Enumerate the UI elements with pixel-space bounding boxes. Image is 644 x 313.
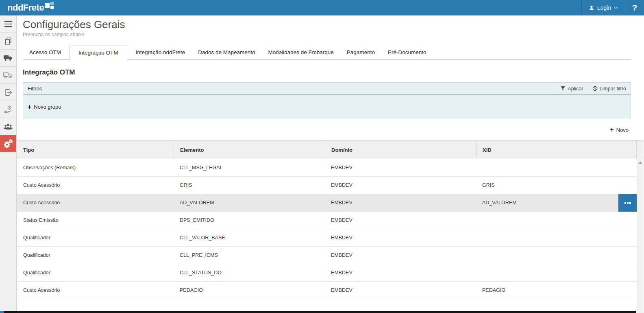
- table-cell: [476, 229, 637, 246]
- table-row[interactable]: Custo AcessórioPEDAGIOEMBDEVPEDAGIO: [17, 282, 644, 299]
- data-table: Tipo Elemento Domínio XID Observações (R…: [17, 140, 644, 313]
- filters-title: Filtros: [28, 85, 551, 92]
- table-cell: Custo Acessório: [17, 282, 174, 299]
- table-row[interactable]: Custo AcessórioGRISEMBDEVGRIS: [17, 177, 644, 194]
- sidebar-item-export[interactable]: [0, 84, 16, 101]
- documents-icon: [4, 37, 12, 45]
- login-button[interactable]: Login: [581, 0, 625, 15]
- table-cell: [476, 247, 637, 264]
- ellipsis-icon: [624, 202, 626, 204]
- clear-filter-label: Limpar filtro: [600, 86, 626, 92]
- apply-filter-label: Aplicar: [568, 86, 583, 92]
- table-cell: EMBDEV: [325, 177, 476, 194]
- tab-bar: Acesso OTM Integração OTM Integração ndd…: [23, 46, 631, 60]
- funnel-icon: [560, 86, 566, 91]
- table-cell: EMBDEV: [325, 159, 476, 176]
- table-cell: CLL_VALOR_BASE: [174, 229, 325, 246]
- new-button[interactable]: + Novo: [610, 127, 629, 133]
- page-title: Configurações Gerais: [23, 17, 631, 32]
- table-row[interactable]: Custo AcessórioAD_VALOREMEMBDEVAD_VALORE…: [17, 194, 644, 212]
- table-cell: GRIS: [174, 177, 325, 194]
- table-cell: [476, 159, 637, 176]
- tab-modalidades-de-embarque[interactable]: Modalidades de Embarque: [264, 46, 338, 59]
- table-cell: GRIS: [476, 177, 637, 194]
- help-button[interactable]: ?: [625, 0, 644, 15]
- app-window: nddFrete Login ?: [0, 0, 644, 313]
- table-cell: EMBDEV: [325, 194, 476, 211]
- plus-icon: +: [610, 127, 614, 133]
- table-cell: AD_VALOREM: [174, 194, 325, 211]
- table-cell: Status Emissão: [17, 212, 174, 229]
- clear-filter-button[interactable]: Limpar filtro: [592, 86, 626, 92]
- payment-coin-hand-icon: $: [4, 105, 13, 114]
- tab-pagamento[interactable]: Pagamento: [342, 46, 379, 59]
- export-document-icon: [4, 88, 12, 96]
- table-cell: EMBDEV: [325, 282, 476, 299]
- logo-text: nddFrete: [7, 2, 44, 13]
- users-group-icon: [4, 123, 13, 130]
- window-bottom-edge: [0, 311, 644, 313]
- table-cell: Qualificador: [17, 247, 174, 264]
- slash-circle-icon: [592, 86, 598, 91]
- sidebar-item-users[interactable]: [0, 118, 16, 135]
- menu-icon: [4, 21, 12, 27]
- column-header-elemento: Elemento: [174, 141, 325, 159]
- sidebar-item-documents[interactable]: [0, 33, 16, 50]
- table-cell: Qualificador: [17, 229, 174, 246]
- table-cell: CLL_PRE_ICMS: [174, 247, 325, 264]
- new-button-label: Novo: [616, 127, 629, 133]
- left-sidebar: $: [0, 15, 17, 313]
- table-cell: Custo Acessório: [17, 194, 174, 211]
- truck-icon: [3, 54, 13, 62]
- top-bar: nddFrete Login ?: [0, 0, 644, 15]
- vertical-scrollbar[interactable]: [637, 159, 644, 313]
- table-row[interactable]: QualificadorCLL_STATUS_DOEMBDEV: [17, 264, 644, 282]
- tab-pre-documento[interactable]: Pré-Documento: [383, 46, 431, 59]
- table-cell: CLL_STATUS_DO: [174, 264, 325, 281]
- table-cell: PEDAGIO: [476, 282, 637, 299]
- tab-integracao-nddfrete[interactable]: Integração nddFrete: [131, 46, 190, 59]
- table-cell: EMBDEV: [325, 264, 476, 281]
- logo-squares-icon: [45, 1, 54, 11]
- table-cell: EMBDEV: [325, 247, 476, 264]
- filters-panel: Filtros Aplicar Limpar filtro: [23, 82, 631, 119]
- filters-header: Filtros Aplicar Limpar filtro: [23, 83, 631, 95]
- filters-body: + Novo grupo: [23, 95, 631, 119]
- topbar-spacer: [54, 0, 581, 15]
- tab-acesso-otm[interactable]: Acesso OTM: [25, 46, 65, 59]
- apply-filter-button[interactable]: Aplicar: [560, 86, 583, 92]
- table-row[interactable]: QualificadorCLL_VALOR_BASEEMBDEV: [17, 229, 644, 247]
- table-header-row: Tipo Elemento Domínio XID: [17, 141, 644, 159]
- sidebar-item-payment[interactable]: $: [0, 101, 16, 118]
- table-row[interactable]: Observações (Remark)CLL_MSG_LEGALEMBDEV: [17, 159, 644, 177]
- scroll-up-arrow-icon[interactable]: [639, 162, 642, 164]
- table-cell: CLL_MSG_LEGAL: [174, 159, 325, 176]
- new-group-button[interactable]: + Novo grupo: [28, 104, 61, 110]
- column-header-tipo: Tipo: [17, 141, 174, 159]
- table-cell: Custo Acessório: [17, 177, 174, 194]
- sidebar-item-menu[interactable]: [0, 15, 16, 33]
- table-cell: EMBDEV: [325, 229, 476, 246]
- tab-dados-de-mapeamento[interactable]: Dados de Mapeamento: [194, 46, 259, 59]
- table-cell: [476, 212, 637, 229]
- table-cell: Qualificador: [17, 264, 174, 281]
- question-icon: ?: [632, 3, 637, 13]
- table-row[interactable]: Status EmissãoDPS_EMITIDOEMBDEV: [17, 212, 644, 229]
- column-header-dominio: Domínio: [325, 141, 476, 159]
- sidebar-item-settings[interactable]: [0, 135, 16, 152]
- plus-icon: +: [28, 104, 31, 110]
- sidebar-item-truck[interactable]: [0, 50, 16, 67]
- tab-integracao-otm[interactable]: Integração OTM: [70, 46, 127, 60]
- settings-gears-icon: [3, 138, 13, 149]
- ndd-frete-logo: nddFrete: [0, 0, 54, 15]
- table-cell: Observações (Remark): [17, 159, 174, 176]
- row-actions-button[interactable]: [618, 194, 637, 212]
- section-title: Integração OTM: [23, 68, 631, 77]
- table-cell: [476, 264, 637, 281]
- svg-text:$: $: [9, 106, 10, 109]
- sidebar-item-delivery[interactable]: [0, 67, 16, 84]
- table-cell: PEDAGIO: [174, 282, 325, 299]
- table-row[interactable]: QualificadorCLL_PRE_ICMSEMBDEV: [17, 247, 644, 264]
- user-icon: [589, 5, 594, 11]
- chevron-down-icon: [614, 7, 618, 9]
